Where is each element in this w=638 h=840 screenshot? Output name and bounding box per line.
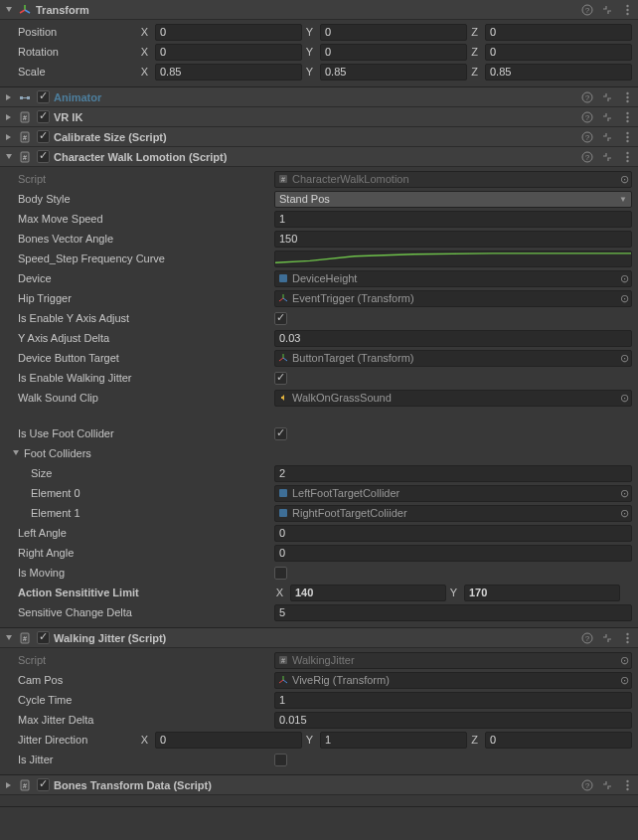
walk-lomotion-header[interactable]: # Character Walk Lomotion (Script) ? xyxy=(0,147,638,167)
object-picker-icon[interactable]: ⊙ xyxy=(615,352,629,365)
scale-x-input[interactable] xyxy=(155,64,302,81)
menu-icon[interactable] xyxy=(620,90,634,104)
jitter-enabled-checkbox[interactable] xyxy=(37,631,50,644)
svg-point-16 xyxy=(626,95,628,97)
foldout-icon[interactable] xyxy=(4,633,14,643)
component-title[interactable]: Animator xyxy=(54,91,580,103)
menu-icon[interactable] xyxy=(620,778,634,792)
jitter-dir-x-input[interactable] xyxy=(155,732,302,749)
foldout-icon[interactable] xyxy=(4,112,14,122)
foldout-icon[interactable] xyxy=(12,449,22,457)
rotation-y-input[interactable] xyxy=(320,44,467,61)
object-picker-icon[interactable]: ⊙ xyxy=(615,392,629,405)
calibrate-header[interactable]: # Calibrate Size (Script) ? xyxy=(0,127,638,147)
object-picker-icon[interactable]: ⊙ xyxy=(615,272,629,285)
menu-icon[interactable] xyxy=(620,150,634,164)
object-picker-icon[interactable]: ⊙ xyxy=(615,292,629,305)
walking-jitter-header[interactable]: # Walking Jitter (Script) ? xyxy=(0,628,638,648)
hip-trigger-label: Hip Trigger xyxy=(6,292,274,304)
component-title: Transform xyxy=(36,4,580,16)
help-icon[interactable]: ? xyxy=(580,90,594,104)
enable-y-adjust-checkbox[interactable] xyxy=(274,312,287,325)
preset-icon[interactable] xyxy=(600,3,614,17)
object-picker-icon[interactable]: ⊙ xyxy=(615,487,629,500)
cam-pos-field[interactable]: ViveRig (Transform)⊙ xyxy=(274,672,632,689)
hip-trigger-field[interactable]: EventTrigger (Transform)⊙ xyxy=(274,290,632,307)
max-move-speed-input[interactable] xyxy=(274,211,632,228)
position-z-input[interactable] xyxy=(485,24,632,41)
vrik-header[interactable]: # VR IK ? xyxy=(0,107,638,127)
menu-icon[interactable] xyxy=(620,130,634,144)
svg-point-73 xyxy=(626,783,628,785)
action-sensitive-x-input[interactable] xyxy=(290,585,446,601)
use-foot-collider-checkbox[interactable] xyxy=(274,427,287,440)
y-adjust-delta-input[interactable] xyxy=(274,330,632,347)
foldout-icon[interactable] xyxy=(4,132,14,142)
help-icon[interactable]: ? xyxy=(580,631,594,645)
element-1-field[interactable]: RightFootTargetColiider⊙ xyxy=(274,505,632,522)
rotation-x-input[interactable] xyxy=(155,44,302,61)
foldout-icon[interactable] xyxy=(4,780,14,790)
menu-icon[interactable] xyxy=(620,631,634,645)
object-picker-icon[interactable]: ⊙ xyxy=(615,507,629,520)
help-icon[interactable]: ? xyxy=(580,130,594,144)
device-button-target-field[interactable]: ButtonTarget (Transform)⊙ xyxy=(274,350,632,367)
help-icon[interactable]: ? xyxy=(580,3,594,17)
enable-walking-jitter-checkbox[interactable] xyxy=(274,372,287,385)
left-angle-input[interactable] xyxy=(274,525,632,542)
body-style-dropdown[interactable]: Stand Pos▼ xyxy=(274,191,632,208)
preset-icon[interactable] xyxy=(600,130,614,144)
jitter-dir-z-input[interactable] xyxy=(485,732,632,749)
foldout-icon[interactable] xyxy=(4,152,14,162)
preset-icon[interactable] xyxy=(600,778,614,792)
help-icon[interactable]: ? xyxy=(580,778,594,792)
menu-icon[interactable] xyxy=(620,110,634,124)
foldout-icon[interactable] xyxy=(4,92,14,102)
rotation-z-input[interactable] xyxy=(485,44,632,61)
animator-enabled-checkbox[interactable] xyxy=(37,90,50,103)
bones-transform-header[interactable]: # Bones Transform Data (Script) ? xyxy=(0,775,638,795)
sensitive-change-delta-input[interactable] xyxy=(274,604,632,621)
speed-curve-field[interactable] xyxy=(274,251,632,267)
help-icon[interactable]: ? xyxy=(580,150,594,164)
position-y-input[interactable] xyxy=(320,24,467,41)
preset-icon[interactable] xyxy=(600,631,614,645)
walk-lomotion-body: Script #CharacterWalkLomotion⊙ Body Styl… xyxy=(0,167,638,628)
device-field[interactable]: DeviceHeight⊙ xyxy=(274,270,632,287)
position-x-input[interactable] xyxy=(155,24,302,41)
help-icon[interactable]: ? xyxy=(580,110,594,124)
bones-vector-angle-input[interactable] xyxy=(274,231,632,248)
foot-colliders-foldout[interactable]: Foot Colliders xyxy=(6,443,632,463)
menu-icon[interactable] xyxy=(620,3,634,17)
foot-colliders-size-input[interactable] xyxy=(274,465,632,482)
component-title: VR IK xyxy=(54,111,580,123)
jitter-dir-y-input[interactable] xyxy=(320,732,467,749)
scale-z-input[interactable] xyxy=(485,64,632,81)
is-moving-checkbox[interactable] xyxy=(274,567,287,580)
preset-icon[interactable] xyxy=(600,110,614,124)
animator-header[interactable]: Animator ? xyxy=(0,87,638,107)
calibrate-enabled-checkbox[interactable] xyxy=(37,130,50,143)
bones-enabled-checkbox[interactable] xyxy=(37,778,50,791)
transform-icon xyxy=(277,292,289,304)
element-0-label: Element 0 xyxy=(6,487,274,499)
transform-header[interactable]: Transform ? xyxy=(0,0,638,20)
preset-icon[interactable] xyxy=(600,150,614,164)
right-angle-input[interactable] xyxy=(274,545,632,562)
vrik-enabled-checkbox[interactable] xyxy=(37,110,50,123)
svg-text:#: # xyxy=(23,782,27,789)
element-0-field[interactable]: LeftFootTargetCollider⊙ xyxy=(274,485,632,502)
foldout-icon[interactable] xyxy=(4,5,14,15)
walk-sound-field[interactable]: WalkOnGrassSound⊙ xyxy=(274,390,632,407)
preset-icon[interactable] xyxy=(600,90,614,104)
is-jitter-checkbox[interactable] xyxy=(274,754,287,766)
object-picker-icon[interactable]: ⊙ xyxy=(615,674,629,687)
object-picker-icon: ⊙ xyxy=(615,654,629,667)
max-jitter-delta-input[interactable] xyxy=(274,712,632,729)
walk-enabled-checkbox[interactable] xyxy=(37,150,50,163)
foot-colliders-label: Foot Colliders xyxy=(24,447,91,459)
action-sensitive-y-input[interactable] xyxy=(464,585,620,601)
cycle-time-input[interactable] xyxy=(274,692,632,709)
object-icon xyxy=(277,272,289,284)
scale-y-input[interactable] xyxy=(320,64,467,81)
